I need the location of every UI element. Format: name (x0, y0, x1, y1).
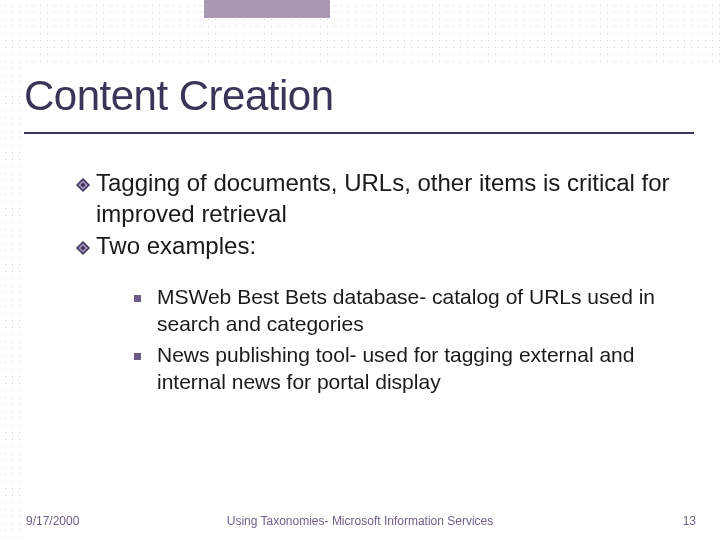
slide: Content Creation Tagging of documents, U… (0, 0, 720, 540)
diamond-bullet-icon (76, 178, 90, 192)
sub-bullet-text: News publishing tool- used for tagging e… (157, 342, 674, 396)
sub-bullet-list: MSWeb Best Bets database- catalog of URL… (134, 284, 674, 396)
bullet-text: Tagging of documents, URLs, other items … (96, 168, 676, 229)
dotted-background-left (0, 0, 20, 540)
title-underline (24, 132, 694, 134)
square-bullet-icon (134, 353, 141, 360)
sub-bullet-text: MSWeb Best Bets database- catalog of URL… (157, 284, 674, 338)
bullet-item: Tagging of documents, URLs, other items … (76, 168, 676, 229)
dotted-background-top (0, 0, 720, 68)
slide-title: Content Creation (24, 72, 334, 120)
sub-bullet-item: News publishing tool- used for tagging e… (134, 342, 674, 396)
footer-title: Using Taxonomies- Microsoft Information … (0, 514, 720, 528)
bullet-item: Two examples: (76, 231, 676, 262)
sub-bullet-item: MSWeb Best Bets database- catalog of URL… (134, 284, 674, 338)
bullet-text: Two examples: (96, 231, 256, 262)
diamond-bullet-icon (76, 241, 90, 255)
footer-page-number: 13 (683, 514, 696, 528)
square-bullet-icon (134, 295, 141, 302)
accent-bar (204, 0, 330, 18)
content-area: Tagging of documents, URLs, other items … (76, 168, 676, 400)
